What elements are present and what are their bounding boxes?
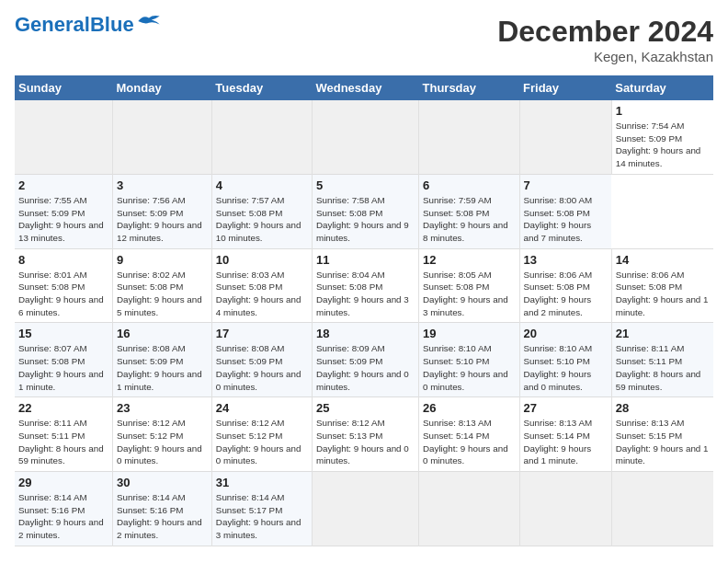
header-sunday: Sunday (15, 75, 113, 100)
day-number: 14 (616, 253, 710, 267)
empty-cell (611, 472, 713, 546)
calendar-day-cell: 19Sunrise: 8:10 AMSunset: 5:10 PMDayligh… (419, 323, 520, 397)
header-saturday: Saturday (611, 75, 713, 100)
day-number: 25 (316, 401, 415, 415)
calendar-day-cell: 6Sunrise: 7:59 AMSunset: 5:08 PMDaylight… (419, 174, 520, 248)
day-info: Sunrise: 8:08 AMSunset: 5:09 PMDaylight:… (216, 343, 301, 391)
day-info: Sunrise: 8:06 AMSunset: 5:08 PMDaylight:… (616, 270, 709, 317)
day-number: 30 (117, 476, 208, 489)
page-header: GeneralBlue December 2024 Kegen, Kazakhs… (15, 15, 713, 64)
day-number: 11 (316, 253, 415, 267)
day-number: 3 (117, 178, 208, 192)
day-number: 5 (316, 178, 415, 192)
day-number: 19 (423, 327, 516, 340)
calendar-day-cell: 29Sunrise: 8:14 AMSunset: 5:16 PMDayligh… (15, 472, 113, 546)
day-info: Sunrise: 8:00 AMSunset: 5:08 PMDaylight:… (524, 195, 593, 243)
calendar-day-cell: 14Sunrise: 8:06 AMSunset: 5:08 PMDayligh… (611, 248, 713, 323)
calendar-day-cell: 5Sunrise: 7:58 AMSunset: 5:08 PMDaylight… (312, 174, 418, 248)
day-info: Sunrise: 7:57 AMSunset: 5:08 PMDaylight:… (216, 195, 301, 243)
calendar-day-cell: 10Sunrise: 8:03 AMSunset: 5:08 PMDayligh… (211, 248, 312, 323)
logo-blue: Blue (90, 13, 134, 36)
calendar-week-row: 29Sunrise: 8:14 AMSunset: 5:16 PMDayligh… (15, 472, 713, 546)
calendar-day-cell: 11Sunrise: 8:04 AMSunset: 5:08 PMDayligh… (312, 248, 418, 323)
calendar-day-cell: 22Sunrise: 8:11 AMSunset: 5:11 PMDayligh… (15, 397, 113, 472)
day-number: 4 (216, 178, 308, 192)
calendar-day-cell: 28Sunrise: 8:13 AMSunset: 5:15 PMDayligh… (611, 397, 713, 472)
empty-cell (113, 100, 212, 174)
day-info: Sunrise: 8:12 AMSunset: 5:12 PMDaylight:… (117, 418, 202, 465)
day-info: Sunrise: 8:12 AMSunset: 5:13 PMDaylight:… (316, 418, 409, 465)
day-info: Sunrise: 8:07 AMSunset: 5:08 PMDaylight:… (18, 343, 104, 391)
day-number: 9 (117, 253, 208, 267)
day-info: Sunrise: 8:11 AMSunset: 5:11 PMDaylight:… (616, 343, 701, 391)
day-info: Sunrise: 8:09 AMSunset: 5:09 PMDaylight:… (316, 343, 409, 391)
empty-cell (312, 472, 418, 546)
calendar-week-row: 2Sunrise: 7:55 AMSunset: 5:09 PMDaylight… (15, 174, 713, 248)
calendar-day-cell: 18Sunrise: 8:09 AMSunset: 5:09 PMDayligh… (312, 323, 418, 397)
calendar-day-cell: 24Sunrise: 8:12 AMSunset: 5:12 PMDayligh… (211, 397, 312, 472)
day-info: Sunrise: 7:56 AMSunset: 5:09 PMDaylight:… (117, 195, 202, 243)
day-number: 12 (423, 253, 516, 267)
header-friday: Friday (519, 75, 611, 100)
day-info: Sunrise: 8:06 AMSunset: 5:08 PMDaylight:… (524, 270, 593, 317)
empty-cell (419, 472, 520, 546)
calendar-day-cell: 25Sunrise: 8:12 AMSunset: 5:13 PMDayligh… (312, 397, 418, 472)
calendar-day-cell: 30Sunrise: 8:14 AMSunset: 5:16 PMDayligh… (113, 472, 212, 546)
day-info: Sunrise: 8:08 AMSunset: 5:09 PMDaylight:… (117, 343, 202, 391)
day-number: 24 (216, 401, 308, 415)
page-title: December 2024 (497, 15, 713, 49)
day-info: Sunrise: 8:10 AMSunset: 5:10 PMDaylight:… (524, 343, 593, 391)
title-block: December 2024 Kegen, Kazakhstan (497, 15, 713, 64)
day-number: 20 (524, 327, 608, 340)
day-info: Sunrise: 8:12 AMSunset: 5:12 PMDaylight:… (216, 418, 301, 465)
empty-cell (15, 100, 113, 174)
calendar-day-cell: 17Sunrise: 8:08 AMSunset: 5:09 PMDayligh… (211, 323, 312, 397)
day-number: 21 (616, 327, 710, 340)
day-info: Sunrise: 7:59 AMSunset: 5:08 PMDaylight:… (423, 195, 508, 243)
day-number: 26 (423, 401, 516, 415)
day-number: 2 (18, 178, 108, 192)
calendar-day-cell: 1Sunrise: 7:54 AMSunset: 5:09 PMDaylight… (611, 100, 713, 174)
day-info: Sunrise: 8:05 AMSunset: 5:08 PMDaylight:… (423, 270, 508, 317)
calendar-day-cell: 4Sunrise: 7:57 AMSunset: 5:08 PMDaylight… (211, 174, 312, 248)
empty-cell (312, 100, 418, 174)
logo: GeneralBlue (15, 15, 162, 35)
calendar-day-cell: 16Sunrise: 8:08 AMSunset: 5:09 PMDayligh… (113, 323, 212, 397)
day-number: 16 (117, 327, 208, 340)
logo-general: General (15, 13, 90, 36)
empty-cell (519, 100, 611, 174)
day-info: Sunrise: 8:13 AMSunset: 5:15 PMDaylight:… (616, 418, 709, 465)
day-number: 7 (524, 178, 609, 192)
calendar-week-row: 8Sunrise: 8:01 AMSunset: 5:08 PMDaylight… (15, 248, 713, 323)
day-number: 31 (216, 476, 308, 489)
day-info: Sunrise: 8:14 AMSunset: 5:17 PMDaylight:… (216, 492, 301, 540)
day-number: 15 (18, 327, 108, 340)
day-info: Sunrise: 8:01 AMSunset: 5:08 PMDaylight:… (18, 270, 104, 317)
logo-text: GeneralBlue (15, 15, 134, 35)
calendar-header-row: SundayMondayTuesdayWednesdayThursdayFrid… (15, 75, 713, 100)
day-number: 8 (18, 253, 108, 267)
day-info: Sunrise: 8:02 AMSunset: 5:08 PMDaylight:… (117, 270, 202, 317)
day-number: 18 (316, 327, 415, 340)
calendar-week-row: 15Sunrise: 8:07 AMSunset: 5:08 PMDayligh… (15, 323, 713, 397)
calendar-week-row: 1Sunrise: 7:54 AMSunset: 5:09 PMDaylight… (15, 100, 713, 174)
calendar-day-cell: 20Sunrise: 8:10 AMSunset: 5:10 PMDayligh… (519, 323, 611, 397)
day-number: 27 (524, 401, 608, 415)
calendar-day-cell: 31Sunrise: 8:14 AMSunset: 5:17 PMDayligh… (211, 472, 312, 546)
day-info: Sunrise: 7:55 AMSunset: 5:09 PMDaylight:… (18, 195, 104, 243)
header-thursday: Thursday (419, 75, 520, 100)
day-number: 13 (524, 253, 608, 267)
day-number: 22 (18, 401, 108, 415)
calendar-day-cell: 26Sunrise: 8:13 AMSunset: 5:14 PMDayligh… (419, 397, 520, 472)
calendar-table: SundayMondayTuesdayWednesdayThursdayFrid… (15, 75, 713, 546)
empty-cell (519, 472, 611, 546)
calendar-day-cell: 23Sunrise: 8:12 AMSunset: 5:12 PMDayligh… (113, 397, 212, 472)
header-tuesday: Tuesday (211, 75, 312, 100)
empty-cell (419, 100, 520, 174)
day-number: 6 (423, 178, 516, 192)
day-info: Sunrise: 8:10 AMSunset: 5:10 PMDaylight:… (423, 343, 508, 391)
day-info: Sunrise: 7:54 AMSunset: 5:09 PMDaylight:… (616, 121, 701, 168)
day-info: Sunrise: 8:13 AMSunset: 5:14 PMDaylight:… (524, 418, 593, 465)
calendar-week-row: 22Sunrise: 8:11 AMSunset: 5:11 PMDayligh… (15, 397, 713, 472)
calendar-day-cell: 8Sunrise: 8:01 AMSunset: 5:08 PMDaylight… (15, 248, 113, 323)
